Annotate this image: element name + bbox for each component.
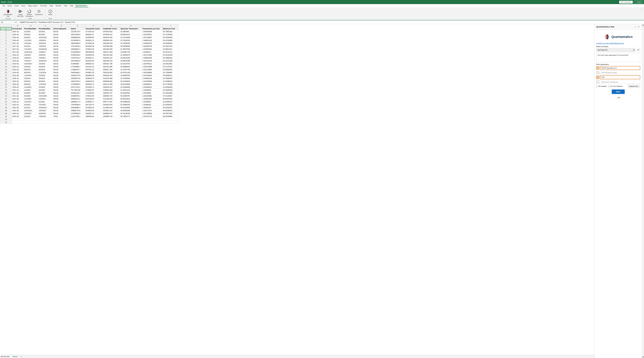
table-cell[interactable]: 169400479.6	[70, 77, 85, 80]
formula-input[interactable]	[19, 21, 644, 23]
table-cell[interactable]: 59.46659901	[120, 92, 142, 94]
table-cell[interactable]: TRUE	[53, 115, 70, 118]
table-cell[interactable]: 8/1/2015	[38, 33, 53, 36]
table-cell[interactable]: FALSE	[53, 103, 70, 106]
table-cell[interactable]: 2916651.01	[85, 112, 102, 115]
sheet-area[interactable]: A B C D E F G H I J 1	[0, 24, 594, 355]
menu-draw[interactable]: Draw	[20, 5, 26, 7]
table-cell[interactable]: 59.78572287	[162, 112, 178, 115]
table-cell[interactable]: 53.43340408	[162, 36, 178, 39]
table-cell[interactable]: FALSE	[53, 94, 70, 97]
table-cell[interactable]: 55.75861922	[162, 30, 178, 33]
table-cell[interactable]: 10/28/2017	[38, 59, 53, 62]
header-spend-per-card[interactable]: Spend per Card	[162, 27, 178, 30]
col-header-d[interactable]: D	[53, 24, 70, 27]
table-cell[interactable]: FALSE	[53, 80, 70, 83]
table-cell[interactable]: 1.046390298	[142, 30, 162, 33]
table-cell[interactable]: 2/4/2018	[24, 65, 38, 68]
table-cell[interactable]: 2/3/2019	[24, 77, 38, 80]
table-cell[interactable]: 2022-2Q	[12, 103, 24, 106]
table-cell[interactable]: 3301217.688	[102, 83, 120, 86]
table-cell[interactable]: 3336503.09	[85, 109, 102, 112]
table-cell[interactable]: 3149745.498	[102, 77, 120, 80]
table-cell[interactable]: 3259646.76	[85, 77, 102, 80]
panel-scrollbar[interactable]: ▲ ▼	[642, 24, 644, 358]
col-header-i[interactable]: I	[142, 24, 162, 27]
table-cell-empty[interactable]	[12, 121, 24, 124]
table-cell[interactable]: 54.34548439	[162, 86, 178, 89]
table-cell[interactable]: 53.72569697	[162, 71, 178, 74]
table-cell-empty[interactable]	[102, 121, 120, 124]
table-cell[interactable]: FALSE	[53, 48, 70, 51]
header-period-start[interactable]: PeriodStartDate	[24, 27, 38, 30]
table-cell[interactable]: 1659420.797	[102, 92, 120, 94]
table-cell[interactable]: 2022-4Q	[12, 109, 24, 112]
table-cell[interactable]: FALSE	[53, 97, 70, 100]
table-cell[interactable]: 5/2/2020	[38, 89, 53, 92]
menu-home[interactable]: Home	[6, 5, 13, 7]
table-cell[interactable]: 178707341.4	[70, 57, 85, 59]
table-cell[interactable]: 4/30/2017	[24, 57, 38, 59]
table-cell-empty[interactable]	[38, 118, 53, 121]
table-cell[interactable]: FALSE	[53, 39, 70, 42]
table-cell[interactable]: 190648062.1	[70, 48, 85, 51]
table-cell[interactable]: 3850174.303	[102, 51, 120, 54]
table-cell[interactable]: 115756779.4	[70, 30, 85, 33]
table-cell[interactable]: 160472525.4	[70, 80, 85, 83]
table-cell[interactable]: 3534463.38	[85, 45, 102, 48]
table-cell[interactable]: 2/1/2020	[38, 86, 53, 89]
table-cell[interactable]: 51.34767764	[120, 68, 142, 71]
table-cell[interactable]: 2019-3Q	[12, 71, 24, 74]
ribbon-btn-advanced[interactable]: Advanced ▾	[35, 9, 44, 16]
table-cell[interactable]: 196195770.9	[70, 74, 85, 77]
ribbon-btn-hub[interactable]: QuantamaticsHub	[3, 9, 13, 18]
table-cell[interactable]: 214845988	[70, 62, 85, 65]
table-cell[interactable]: 2022-3Q	[12, 106, 24, 109]
table-cell[interactable]: 56.79054772	[120, 115, 142, 118]
table-cell[interactable]: FALSE	[53, 54, 70, 57]
table-cell[interactable]: 2023-1Q	[12, 112, 24, 115]
table-cell[interactable]: 5/6/2018	[24, 68, 38, 71]
table-cell-empty[interactable]	[38, 121, 53, 124]
table-cell[interactable]: 61.55392647	[162, 103, 178, 106]
nav-next-btn[interactable]: ▶	[5, 356, 6, 357]
table-cell-empty[interactable]	[53, 118, 70, 121]
table-cell[interactable]: 1.031579368	[142, 65, 162, 68]
table-cell[interactable]: 4/30/2016	[38, 42, 53, 45]
table-cell[interactable]: 1.034081025	[142, 42, 162, 45]
table-cell[interactable]: 3452669.919	[102, 42, 120, 45]
table-cell[interactable]: 5/4/2019	[38, 77, 53, 80]
table-cell[interactable]: 3307201.885	[102, 65, 120, 68]
table-cell-empty[interactable]	[85, 118, 102, 121]
header-period-label[interactable]: PeriodLabel	[12, 27, 24, 30]
table-cell[interactable]: FALSE	[53, 45, 70, 48]
header-is-current[interactable]: IsCurrentQuarter	[53, 27, 70, 30]
table-cell[interactable]: 5/1/2016	[24, 45, 38, 48]
menu-help[interactable]: Help	[68, 5, 74, 7]
table-cell[interactable]: 1/31/2021	[24, 100, 38, 103]
table-cell[interactable]: 1.03280025	[142, 103, 162, 106]
table-cell[interactable]: 178578069.9	[70, 103, 85, 106]
table-cell-empty[interactable]	[85, 121, 102, 124]
table-cell[interactable]: 7/30/2017	[24, 59, 38, 62]
table-cell[interactable]: 50.69398354	[120, 45, 142, 48]
column-list-button[interactable]: Column List...	[628, 85, 640, 88]
table-cell[interactable]: 8/2/2015	[24, 36, 38, 39]
menu-quantamatics[interactable]: Quantamatics	[74, 5, 88, 7]
table-cell[interactable]: 2021-3Q	[12, 94, 24, 97]
table-cell[interactable]: 8/3/2019	[38, 80, 53, 83]
table-cell[interactable]: 2017-4Q	[12, 51, 24, 54]
table-cell[interactable]: 11/1/2015	[24, 39, 38, 42]
table-cell[interactable]: 58.83334232	[162, 97, 178, 100]
menu-data[interactable]: Data	[48, 5, 54, 7]
table-cell[interactable]: FALSE	[53, 68, 70, 71]
table-cell[interactable]: 2021-4Q	[12, 97, 24, 100]
table-cell[interactable]: 3984400.89	[85, 51, 102, 54]
cell-reference-input[interactable]	[0, 21, 9, 24]
table-cell[interactable]: 3176804.461	[102, 106, 120, 109]
refresh-function-btn[interactable]: ↺	[636, 48, 640, 52]
table-cell[interactable]: FALSE	[53, 77, 70, 80]
table-cell[interactable]: FALSE	[53, 89, 70, 92]
table-cell[interactable]: 1.037190097	[142, 36, 162, 39]
table-cell[interactable]: 54.34423651	[162, 62, 178, 65]
